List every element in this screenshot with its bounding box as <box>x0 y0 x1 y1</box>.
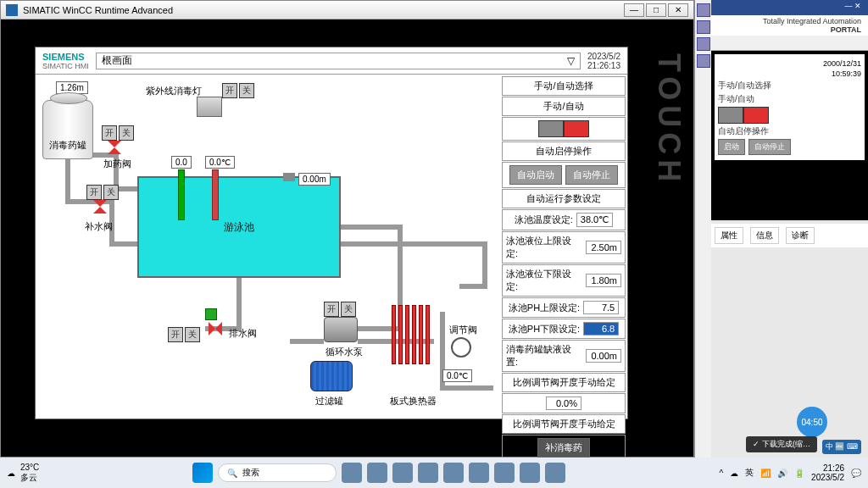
wifi-icon[interactable]: 📶 <box>760 469 771 478</box>
tia-manual-toggle[interactable] <box>718 107 743 124</box>
weather-desc: 多云 <box>20 472 39 484</box>
tab-diagnostics[interactable]: 诊断 <box>786 227 815 244</box>
volume-icon[interactable]: 🔊 <box>777 469 787 478</box>
minimize-button[interactable]: — <box>624 3 644 17</box>
maximize-button[interactable]: □ <box>646 3 666 17</box>
battery-icon[interactable]: 🔋 <box>794 469 804 478</box>
pool-label: 游泳池 <box>224 220 254 235</box>
scada-area: 1.26m 消毒药罐 紫外线消毒灯 开 关 开 关 加药阀 开 关 补水阀 游泳… <box>36 75 627 419</box>
wincc-icon[interactable] <box>494 463 515 483</box>
water-on-button[interactable]: 开 <box>86 185 102 200</box>
temp-set-input[interactable]: 38.0℃ <box>576 213 613 227</box>
app-icon-2[interactable] <box>443 463 464 483</box>
tab-properties[interactable]: 属性 <box>715 227 743 244</box>
titlebar[interactable]: SIMATIC WinCC Runtime Advanced — □ ✕ <box>1 1 693 19</box>
clock-date[interactable]: 2023/5/2 <box>811 473 844 482</box>
auto-start-button[interactable]: 自动启动 <box>509 165 562 185</box>
tia-icon[interactable] <box>469 463 489 483</box>
uv-off-button[interactable]: 关 <box>239 83 254 98</box>
side-tool-4[interactable] <box>697 54 710 68</box>
uv-on-button[interactable]: 开 <box>222 83 237 98</box>
level-lo-label: 泳池液位下限设定: <box>506 268 582 293</box>
app-icon <box>6 4 18 16</box>
drain-valve-icon <box>209 322 222 336</box>
drain-off-button[interactable]: 关 <box>185 327 200 342</box>
tray-chevron-icon[interactable]: ^ <box>719 469 723 478</box>
window-title: SIMATIC WinCC Runtime Advanced <box>23 5 173 15</box>
start-button[interactable] <box>192 463 213 483</box>
auto-stop-button[interactable]: 自动停止 <box>565 165 618 185</box>
tia-portal-label: PORTAL <box>831 25 861 34</box>
level-sensor-icon <box>283 173 295 181</box>
dosing-off-button[interactable]: 关 <box>119 125 134 141</box>
water-valve-icon <box>93 200 107 214</box>
uv-lamp-label: 紫外线消毒灯 <box>146 85 202 97</box>
drain-valve-label: 排水阀 <box>229 327 257 340</box>
manual-toggle[interactable] <box>538 120 564 137</box>
temp-set-label: 泳池温度设定: <box>515 214 573 226</box>
pump-off-button[interactable]: 关 <box>341 302 356 317</box>
level-lo-input[interactable]: 1.80m <box>586 274 621 287</box>
sensor1-value: 0.0 <box>171 156 192 169</box>
tia-mode-label: 手动/自动 <box>718 93 754 105</box>
temp-sensor-icon <box>212 169 219 220</box>
edge-icon[interactable] <box>392 463 413 483</box>
notification-icon[interactable]: 💬 <box>851 469 861 478</box>
clock-time[interactable]: 21:26 <box>811 463 844 473</box>
side-tool-2[interactable] <box>697 20 710 34</box>
valve-opening-input[interactable]: 0.0% <box>546 396 581 410</box>
mode-label: 手动/自动 <box>543 100 583 113</box>
side-toolbar <box>694 0 711 458</box>
tia-mode-select-label: 手动/自动选择 <box>718 80 771 92</box>
ime-indicator[interactable]: 中 🔤 ⌨ <box>822 440 861 454</box>
ph-lo-input[interactable]: 6.8 <box>583 322 619 336</box>
close-button[interactable]: ✕ <box>668 3 688 17</box>
tia-stop-button[interactable]: 自动停止 <box>748 139 791 155</box>
onedrive-icon[interactable]: ☁ <box>730 469 738 478</box>
ph-lo-label: 泳池PH下限设定: <box>509 323 580 336</box>
heat-exchanger-icon <box>392 305 434 364</box>
tia-toolbar[interactable] <box>711 36 868 51</box>
taskbar: ☁ 23°C多云 🔍 搜索 ^ ☁ 英 📶 🔊 🔋 21:26 2023/5/2… <box>0 458 868 488</box>
explorer-icon[interactable] <box>367 463 387 483</box>
search-placeholder: 搜索 <box>242 467 259 479</box>
tia-date: 2000/12/31 <box>823 59 861 68</box>
screen-selector[interactable]: 根画面 ▽ <box>96 53 581 69</box>
water-off-button[interactable]: 关 <box>103 185 119 200</box>
brand-label: SIEMENS <box>42 52 89 62</box>
reg-valve-icon <box>451 337 471 358</box>
dosing-on-button[interactable]: 开 <box>102 125 117 141</box>
runtime-window: SIMATIC WinCC Runtime Advanced — □ ✕ TOU… <box>0 0 694 458</box>
valve-manual-label2: 比例调节阀开度手动给定 <box>502 414 626 434</box>
level-hi-input[interactable]: 2.50m <box>586 241 621 254</box>
download-notification[interactable]: ✓ 下载完成(缩… <box>746 436 817 452</box>
ph-hi-input[interactable]: 7.5 <box>583 301 619 314</box>
timer-badge[interactable]: 04:50 <box>797 407 827 437</box>
side-tool-1[interactable] <box>697 3 710 17</box>
tank-low-label: 消毒药罐缺液设置: <box>506 343 582 369</box>
tank-low-input[interactable]: 0.00m <box>586 349 621 363</box>
app-icon-1[interactable] <box>418 463 438 483</box>
search-box[interactable]: 🔍 搜索 <box>218 463 337 482</box>
fill-button[interactable]: 补消毒药 <box>537 438 590 458</box>
tia-auto-toggle[interactable] <box>743 107 769 124</box>
param-panel: 手动/自动选择 手动/自动 自动启停操作 自动启动 自动停止 自动运行参数设定 … <box>502 76 626 462</box>
ph-hi-label: 泳池PH上限设定: <box>509 302 580 314</box>
tia-start-button[interactable]: 启动 <box>718 139 745 155</box>
tab-info[interactable]: 信息 <box>750 227 779 244</box>
pump-on-button[interactable]: 开 <box>324 302 339 317</box>
brand-sub: SIMATIC HMI <box>42 62 89 70</box>
weather-widget[interactable]: ☁ 23°C多云 <box>7 463 39 484</box>
disinfectant-tank: 消毒药罐 <box>42 100 93 159</box>
plc-icon[interactable] <box>520 463 540 483</box>
taskview-icon[interactable] <box>342 463 362 483</box>
tia-preview: 2000/12/31 10:59:39 手动/自动选择 手动/自动 自动启停操作… <box>715 54 865 160</box>
side-tool-3[interactable] <box>697 37 710 51</box>
ph-sensor-icon <box>178 169 185 220</box>
ime-button[interactable]: 英 <box>745 467 754 479</box>
wincc-rt-icon[interactable] <box>545 463 565 483</box>
drain-on-button[interactable]: 开 <box>168 327 183 342</box>
auto-toggle[interactable] <box>564 120 589 137</box>
tank-label: 消毒药罐 <box>43 139 92 152</box>
pump-icon <box>324 317 358 342</box>
